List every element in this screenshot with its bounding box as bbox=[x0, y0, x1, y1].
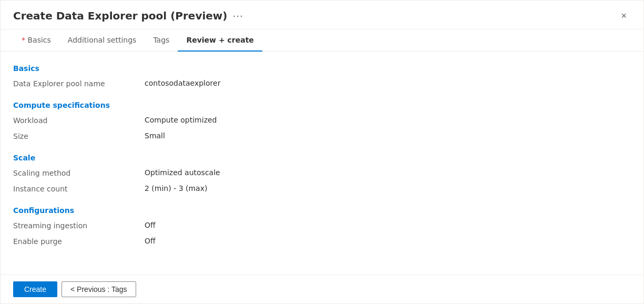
section-compute: Compute specifications Workload Compute … bbox=[13, 101, 631, 143]
close-button[interactable]: × bbox=[617, 9, 631, 23]
tab-tags[interactable]: Tags bbox=[145, 29, 178, 52]
field-label-streaming-ingestion: Streaming ingestion bbox=[13, 221, 145, 230]
field-label-enable-purge: Enable purge bbox=[13, 237, 145, 246]
field-size: Size Small bbox=[13, 131, 631, 143]
field-pool-name: Data Explorer pool name contosodataexplo… bbox=[13, 79, 631, 90]
section-configurations: Configurations Streaming ingestion Off E… bbox=[13, 206, 631, 248]
field-streaming-ingestion: Streaming ingestion Off bbox=[13, 221, 631, 232]
field-workload: Workload Compute optimized bbox=[13, 116, 631, 127]
field-label-instance-count: Instance count bbox=[13, 184, 145, 193]
tab-review-create[interactable]: Review + create bbox=[178, 29, 262, 52]
title-area: Create Data Explorer pool (Preview) ··· bbox=[13, 9, 243, 22]
create-data-explorer-dialog: Create Data Explorer pool (Preview) ··· … bbox=[0, 0, 644, 304]
field-scaling-method: Scaling method Optimized autoscale bbox=[13, 168, 631, 180]
field-enable-purge: Enable purge Off bbox=[13, 237, 631, 248]
field-instance-count: Instance count 2 (min) - 3 (max) bbox=[13, 184, 631, 196]
create-button[interactable]: Create bbox=[13, 281, 57, 297]
field-value-size: Small bbox=[145, 131, 165, 140]
content-area: Basics Data Explorer pool name contosoda… bbox=[1, 52, 643, 275]
section-scale: Scale Scaling method Optimized autoscale… bbox=[13, 154, 631, 196]
tab-additional-settings[interactable]: Additional settings bbox=[59, 29, 145, 52]
section-compute-title: Compute specifications bbox=[13, 101, 631, 109]
field-label-scaling-method: Scaling method bbox=[13, 168, 145, 177]
previous-button[interactable]: < Previous : Tags bbox=[62, 281, 136, 297]
field-value-streaming-ingestion: Off bbox=[145, 221, 156, 229]
field-value-workload: Compute optimized bbox=[145, 116, 217, 124]
section-scale-title: Scale bbox=[13, 154, 631, 162]
section-basics-title: Basics bbox=[13, 64, 631, 73]
dialog-footer: Create < Previous : Tags bbox=[1, 275, 643, 303]
field-label-pool-name: Data Explorer pool name bbox=[13, 79, 145, 88]
tab-basics[interactable]: Basics bbox=[13, 29, 59, 52]
dialog-header: Create Data Explorer pool (Preview) ··· … bbox=[1, 1, 643, 29]
field-value-pool-name: contosodataexplorer bbox=[145, 79, 220, 87]
field-label-size: Size bbox=[13, 131, 145, 140]
tab-bar: Basics Additional settings Tags Review +… bbox=[1, 29, 643, 52]
field-label-workload: Workload bbox=[13, 116, 145, 125]
section-basics: Basics Data Explorer pool name contosoda… bbox=[13, 64, 631, 90]
dialog-title: Create Data Explorer pool (Preview) bbox=[13, 9, 227, 22]
more-options-icon[interactable]: ··· bbox=[232, 11, 243, 22]
field-value-enable-purge: Off bbox=[145, 237, 156, 245]
field-value-scaling-method: Optimized autoscale bbox=[145, 168, 220, 177]
field-value-instance-count: 2 (min) - 3 (max) bbox=[145, 184, 207, 192]
section-configurations-title: Configurations bbox=[13, 206, 631, 215]
